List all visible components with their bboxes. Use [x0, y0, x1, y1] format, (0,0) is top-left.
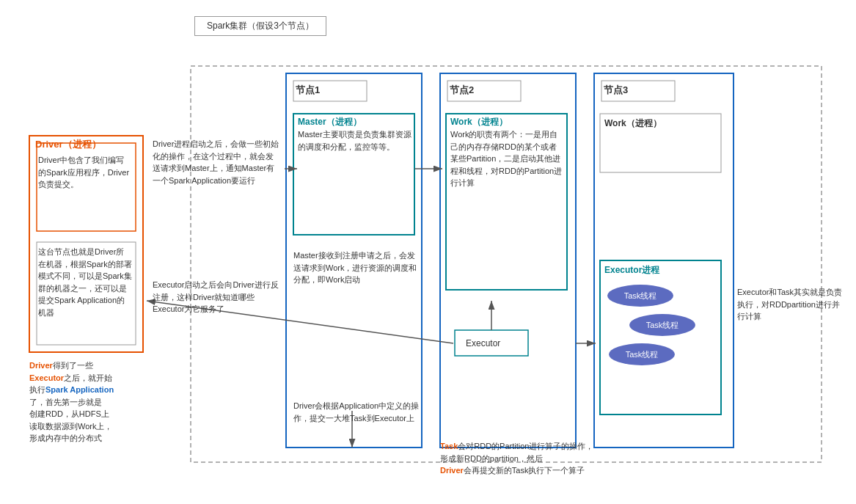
node1-label: 节点1 — [296, 84, 320, 97]
text-driver-init: Driver进程启动之后，会做一些初始化的操作，在这个过程中，就会发送请求到Ma… — [153, 138, 281, 186]
master-title: Master（进程） — [298, 116, 362, 128]
work1-content: Work的职责有两个：一是用自己的内存存储RDD的某个或者某些Partition… — [450, 128, 564, 189]
canvas: Spark集群（假设3个节点） Driver（进程） Driver中包含了我们编… — [0, 0, 856, 504]
executor2-label: Executor进程 — [604, 264, 659, 277]
node2-label: 节点2 — [450, 84, 474, 97]
task1-ellipse: Task线程 — [607, 285, 673, 307]
text-task-rdd: Task会对RDD的Partition进行算子的操作，形成新RDD的partit… — [440, 440, 598, 477]
svg-rect-14 — [600, 260, 721, 414]
text-executor-register: Executor启动之后会向Driver进行反注册，这样Driver就知道哪些E… — [153, 279, 281, 315]
driver-node-content: 这台节点也就是Driver所在机器，根据Spark的部署模式不同，可以是Spar… — [38, 246, 132, 318]
driver-title: Driver（进程） — [35, 138, 101, 151]
task2-ellipse: Task线程 — [629, 314, 695, 336]
master-register-text: Master接收到注册申请之后，会发送请求到Work，进行资源的调度和分配，即W… — [293, 249, 418, 286]
master-content: Master主要职责是负责集群资源的调度和分配，监控等等。 — [298, 128, 411, 153]
cluster-title: Spark集群（假设3个节点） — [194, 16, 326, 36]
text-driver-submit: Driver会根据Application中定义的操作，提交一大堆Task到Exe… — [293, 400, 429, 424]
driver-content: Driver中包含了我们编写的Spark应用程序，Driver负责提交。 — [38, 154, 132, 191]
work1-title: Work（进程） — [450, 116, 508, 128]
task3-ellipse: Task线程 — [609, 343, 675, 365]
executor-task-text: Executor和Task其实就是负责执行，对RDDpartition进行并行计… — [737, 286, 844, 323]
work2-title: Work（进程） — [604, 117, 662, 130]
text-driver-executor: Driver得到了一些 Executor之后，就开始执行Spark Applic… — [29, 359, 153, 445]
node3-label: 节点3 — [604, 84, 628, 97]
executor1-label: Executor — [466, 337, 500, 350]
